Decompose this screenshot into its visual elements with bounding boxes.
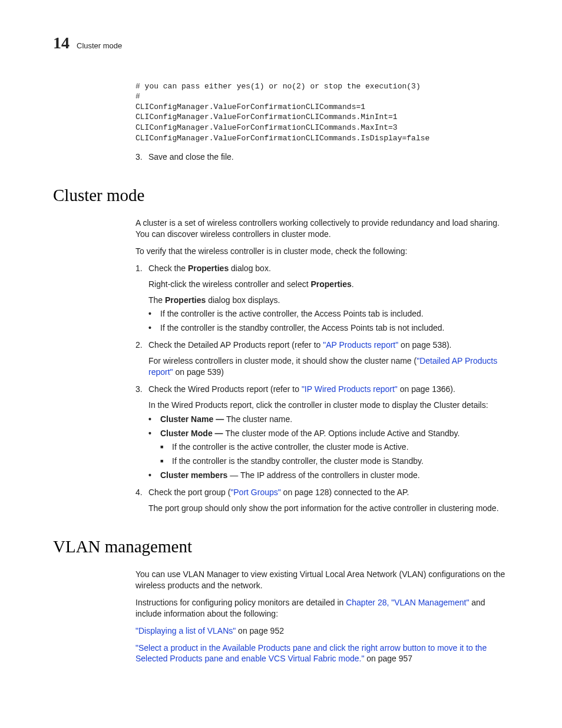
chapter-number: 14 <box>53 32 70 54</box>
text: on page 539) <box>173 367 224 377</box>
numbered-step: 4. Check the port group ("Port Groups" o… <box>135 487 509 498</box>
link[interactable]: "AP Products report" <box>323 340 398 350</box>
bullet-text: Cluster Mode — The cluster mode of the A… <box>160 428 459 439</box>
link[interactable]: "Displaying a list of VLANs" <box>135 626 236 635</box>
text: — The IP address of the controllers in c… <box>227 470 419 480</box>
bullet-text: Cluster members — The IP address of the … <box>160 470 420 481</box>
bullet-icon: • <box>148 470 160 481</box>
numbered-step: 3. Check the Wired Products report (refe… <box>135 384 509 395</box>
link[interactable]: "Select a product in the Available Produ… <box>135 643 487 664</box>
step-number: 1. <box>135 263 148 274</box>
text: on page 1366). <box>398 384 455 394</box>
paragraph: "Displaying a list of VLANs" on page 952 <box>135 625 509 637</box>
sub-paragraph: The Properties dialog box displays. <box>148 295 509 306</box>
numbered-step: 3. Save and close the file. <box>135 151 509 163</box>
sub-bullet-item: ■ If the controller is the standby contr… <box>160 456 509 467</box>
step-number: 3. <box>135 151 148 163</box>
step-text: Check the port group ("Port Groups" on p… <box>148 487 409 498</box>
sub-paragraph: In the Wired Products report, click the … <box>148 400 509 411</box>
step-number: 4. <box>135 487 148 498</box>
bullet-icon: • <box>148 322 160 334</box>
bullet-text: If the controller is the standby control… <box>160 322 445 334</box>
step-text: Check the Properties dialog box. <box>148 263 271 274</box>
bold: Properties <box>165 295 206 305</box>
numbered-step: 1. Check the Properties dialog box. <box>135 263 509 274</box>
sub-paragraph: Right-click the wireless controller and … <box>148 279 509 290</box>
text: Instructions for configuring policy moni… <box>135 598 346 607</box>
bullet-icon: • <box>148 308 160 319</box>
section-heading-vlan: VLAN management <box>53 535 509 558</box>
paragraph: To verify that the wireless controller i… <box>135 246 509 257</box>
paragraph: A cluster is a set of wireless controlle… <box>135 218 509 240</box>
square-icon: ■ <box>160 442 172 453</box>
bullet-icon: • <box>148 414 160 425</box>
chapter-title: Cluster mode <box>77 41 122 51</box>
paragraph: "Select a product in the Available Produ… <box>135 643 509 665</box>
bullet-item: • Cluster Name — The cluster name. <box>148 414 509 425</box>
text: on page 957 <box>364 654 412 663</box>
sub-bullet-text: If the controller is the active controll… <box>172 442 409 453</box>
link[interactable]: "Port Groups" <box>230 487 280 497</box>
paragraph: Instructions for configuring policy moni… <box>135 597 509 620</box>
bold: Cluster Mode — <box>160 429 225 438</box>
text: on page 952 <box>236 626 284 635</box>
page-header: 14 Cluster mode <box>53 32 509 54</box>
link[interactable]: Chapter 28, "VLAN Management" <box>346 598 469 607</box>
text: The cluster name. <box>226 414 292 424</box>
step-text: Save and close the file. <box>148 151 234 163</box>
text: Check the Wired Products report (refer t… <box>148 384 302 394</box>
step-number: 3. <box>135 384 148 395</box>
bullet-item: • Cluster members — The IP address of th… <box>148 470 509 481</box>
bold: Properties <box>188 263 229 273</box>
text: on page 128) connected to the AP. <box>281 487 409 497</box>
bullet-item: • Cluster Mode — The cluster mode of the… <box>148 428 509 439</box>
step-number: 2. <box>135 340 148 351</box>
section-heading-cluster: Cluster mode <box>53 184 509 207</box>
text: The <box>148 295 165 305</box>
text: . <box>352 279 354 289</box>
bold: Cluster members <box>160 470 227 480</box>
bullet-item: • If the controller is the active contro… <box>148 308 509 319</box>
content-body: # you can pass either yes(1) or no(2) or… <box>135 81 509 163</box>
bullet-text: Cluster Name — The cluster name. <box>160 414 292 425</box>
sub-paragraph: For wireless controllers in cluster mode… <box>148 355 509 378</box>
sub-paragraph: The port group should only show the port… <box>148 503 509 514</box>
bullet-text: If the controller is the active controll… <box>160 308 424 319</box>
text: The cluster mode of the AP. Options incl… <box>225 429 459 438</box>
text: on page 538). <box>398 340 451 350</box>
text: Right-click the wireless controller and … <box>148 279 310 289</box>
vlan-content: You can use VLAN Manager to view existin… <box>135 569 509 664</box>
link[interactable]: "IP Wired Products report" <box>302 384 398 394</box>
text: Check the port group ( <box>148 487 230 497</box>
bold: Properties <box>310 279 351 289</box>
text: dialog box displays. <box>206 295 280 305</box>
step-text: Check the Wired Products report (refer t… <box>148 384 455 395</box>
step-text: Check the Detailed AP Products report (r… <box>148 340 452 351</box>
text: For wireless controllers in cluster mode… <box>148 356 416 365</box>
text: dialog box. <box>229 263 271 273</box>
bullet-icon: • <box>148 428 160 439</box>
sub-bullet-item: ■ If the controller is the active contro… <box>160 442 509 453</box>
bold: Cluster Name — <box>160 414 226 424</box>
cluster-content: A cluster is a set of wireless controlle… <box>135 218 509 514</box>
text: Check the Detailed AP Products report (r… <box>148 340 323 350</box>
numbered-step: 2. Check the Detailed AP Products report… <box>135 340 509 351</box>
paragraph: You can use VLAN Manager to view existin… <box>135 569 509 591</box>
code-block: # you can pass either yes(1) or no(2) or… <box>135 81 509 143</box>
text: Check the <box>148 263 188 273</box>
square-icon: ■ <box>160 456 172 467</box>
sub-bullet-text: If the controller is the standby control… <box>172 456 424 467</box>
bullet-item: • If the controller is the standby contr… <box>148 322 509 334</box>
